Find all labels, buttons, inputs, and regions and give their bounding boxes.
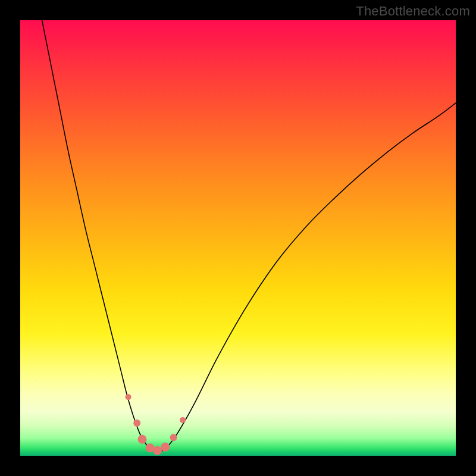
curve-marker [126,394,131,400]
plot-area [20,20,456,456]
curve-marker [137,435,146,444]
marker-layer [126,394,186,455]
curve-marker [170,434,177,441]
bottleneck-curve [42,20,456,452]
curve-layer [20,20,456,456]
curve-marker [153,446,162,455]
curve-marker [161,443,170,452]
curve-marker [180,417,186,423]
curve-marker [133,419,140,427]
chart-frame: TheBottleneck.com [0,0,476,476]
watermark-label: TheBottleneck.com [356,4,470,19]
